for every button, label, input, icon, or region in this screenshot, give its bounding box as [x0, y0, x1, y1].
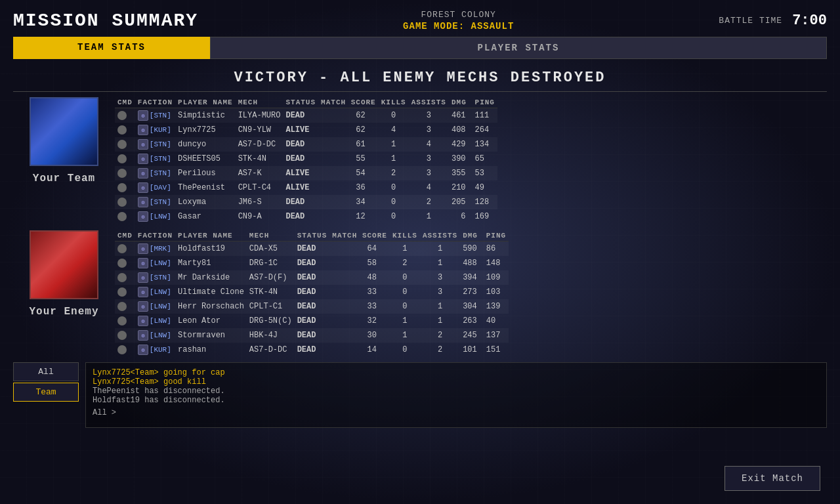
- table-row: ⚙[LNW] Herr Rorschach CPLT-C1 DEAD 33 0 …: [115, 299, 509, 314]
- kills: 1: [379, 137, 409, 152]
- chat-line: Lynx7725<Team> good kill: [93, 377, 820, 387]
- table-row: ⚙[STN] Perilous AS7-K ALIVE 54 2 3 355 5…: [115, 166, 497, 180]
- match-score: 34: [318, 195, 379, 209]
- mission-title: MISSION SUMMARY: [13, 10, 198, 31]
- assists: 3: [409, 166, 449, 180]
- faction-tag: [LNW]: [150, 213, 171, 220]
- col-ping: PING: [472, 97, 497, 108]
- col-cmd: CMD: [115, 97, 135, 108]
- player-icon: [117, 244, 127, 253]
- col-mech: MECH: [236, 97, 284, 108]
- ping: 111: [472, 108, 497, 123]
- chat-line: ThePeenist has disconnected.: [93, 387, 820, 396]
- player-name: Holdfast19: [175, 242, 247, 257]
- status-badge: DEAD: [283, 195, 318, 209]
- match-score: 58: [329, 256, 390, 270]
- faction-icon: ⚙: [138, 330, 148, 341]
- kills: 1: [390, 314, 420, 328]
- your-team-panel: Your Team: [13, 97, 115, 184]
- player-name: Marty81: [175, 256, 247, 270]
- col-kills: KILLS: [379, 97, 409, 108]
- damage: 355: [449, 166, 472, 180]
- chat-box: Lynx7725<Team> going for capLynx7725<Tea…: [85, 362, 827, 428]
- player-icon: [117, 316, 127, 326]
- assists: 3: [409, 123, 449, 137]
- damage: 101: [460, 343, 484, 357]
- match-score: 36: [318, 180, 379, 195]
- faction-icon: ⚙: [138, 301, 148, 312]
- assists: 4: [409, 180, 449, 195]
- faction-tag: [STN]: [150, 155, 171, 163]
- player-name: Stormraven: [175, 328, 247, 343]
- mech-name: AS7-D-DC: [247, 343, 295, 357]
- faction-icon: ⚙: [138, 125, 148, 135]
- kills: 0: [390, 343, 420, 357]
- damage: 590: [460, 242, 484, 257]
- filter-team-button[interactable]: Team: [13, 383, 79, 402]
- kills: 2: [390, 256, 420, 270]
- faction-icon: ⚙: [138, 154, 148, 164]
- map-name: FOREST COLONY: [421, 10, 495, 20]
- table-row: ⚙[STN] Simp1istic ILYA-MURO DEAD 62 0 3 …: [115, 108, 497, 123]
- kills: 0: [390, 299, 420, 314]
- chat-messages: Lynx7725<Team> going for capLynx7725<Tea…: [93, 368, 820, 405]
- bottom-area: All Team Lynx7725<Team> going for capLyn…: [13, 362, 827, 428]
- assists: 2: [420, 328, 460, 343]
- assists: 3: [409, 108, 449, 123]
- assists: 2: [409, 195, 449, 209]
- ping: 139: [484, 299, 509, 314]
- faction-icon: ⚙: [138, 211, 148, 222]
- mech-name: CPLT-C4: [236, 180, 284, 195]
- status-badge: DEAD: [283, 209, 318, 224]
- ping: 103: [484, 285, 509, 299]
- chat-line: Lynx7725<Team> going for cap: [93, 368, 820, 377]
- faction-icon: ⚙: [138, 110, 148, 121]
- mech-name: JM6-S: [236, 195, 284, 209]
- player-name: ThePeenist: [175, 180, 236, 195]
- table-row: ⚙[LNW] Ultimate Clone STK-4N DEAD 33 0 3…: [115, 285, 509, 299]
- col-faction: FACTION: [135, 97, 175, 108]
- match-score: 32: [329, 314, 390, 328]
- player-name: Loxyma: [175, 195, 236, 209]
- tab-player-stats[interactable]: PLAYER STATS: [210, 37, 827, 59]
- faction-tag: [DAV]: [150, 184, 171, 192]
- faction-icon: ⚙: [138, 272, 148, 283]
- faction-tag: [LNW]: [150, 303, 171, 310]
- match-score: 62: [318, 108, 379, 123]
- match-score: 30: [329, 328, 390, 343]
- enemy-team-stats: CMD FACTION PLAYER NAME MECH STATUS MATC…: [115, 230, 509, 357]
- faction-icon: ⚙: [138, 316, 148, 326]
- chat-all-link[interactable]: All >: [93, 408, 820, 417]
- kills: 2: [379, 166, 409, 180]
- assists: 1: [409, 209, 449, 224]
- assists: 3: [420, 285, 460, 299]
- faction-tag: [STN]: [150, 274, 171, 282]
- faction-icon: ⚙: [138, 345, 148, 355]
- status-badge: DEAD: [283, 137, 318, 152]
- damage: 6: [449, 209, 472, 224]
- damage: 429: [449, 137, 472, 152]
- status-badge: ALIVE: [283, 123, 318, 137]
- filter-all-button[interactable]: All: [13, 362, 79, 381]
- tab-team-stats[interactable]: TEAM STATS: [13, 37, 210, 59]
- exit-match-button[interactable]: Exit Match: [724, 466, 820, 491]
- status-badge: DEAD: [295, 343, 330, 357]
- ping: 128: [472, 195, 497, 209]
- damage: 263: [460, 314, 484, 328]
- assists: 1: [420, 242, 460, 257]
- faction-tag: [LNW]: [150, 259, 171, 267]
- mech-name: AS7-D-DC: [236, 137, 284, 152]
- table-row: ⚙[KUR] rashan AS7-D-DC DEAD 14 0 2 101 1…: [115, 343, 509, 357]
- player-icon: [117, 125, 127, 135]
- match-score: 33: [329, 299, 390, 314]
- mech-name: STK-4N: [236, 152, 284, 166]
- player-icon: [117, 345, 127, 354]
- ping: 151: [484, 343, 509, 357]
- ping: 137: [484, 328, 509, 343]
- assists: 3: [420, 270, 460, 285]
- damage: 488: [460, 256, 484, 270]
- header-center: FOREST COLONY GAME MODE: ASSAULT: [403, 10, 514, 32]
- mech-name: AS7-K: [236, 166, 284, 180]
- col-match-score: MATCH SCORE: [318, 97, 379, 108]
- player-name: Ultimate Clone: [175, 285, 247, 299]
